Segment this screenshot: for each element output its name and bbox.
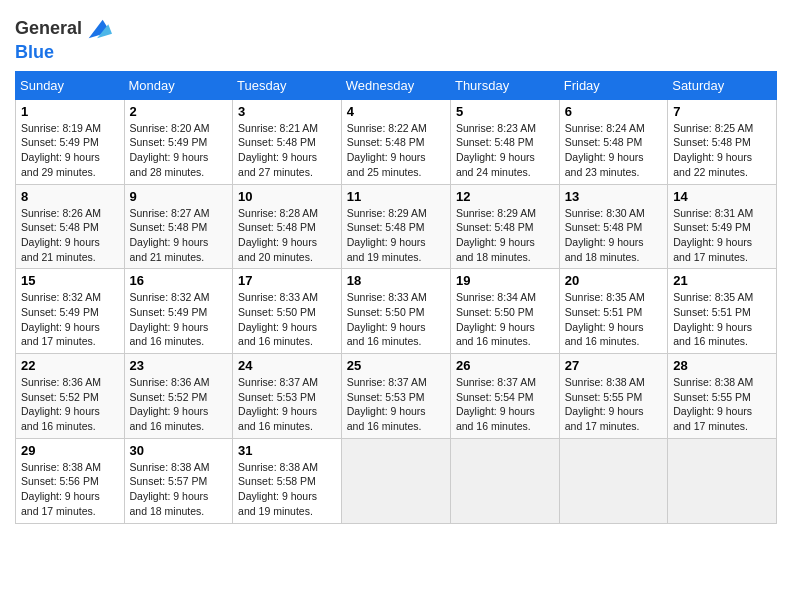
cell-sun-info: Sunrise: 8:22 AMSunset: 5:48 PMDaylight:… [347,121,445,180]
logo-text: General [15,19,82,39]
day-number: 8 [21,189,119,204]
cell-sun-info: Sunrise: 8:38 AMSunset: 5:55 PMDaylight:… [673,375,771,434]
calendar-cell: 7Sunrise: 8:25 AMSunset: 5:48 PMDaylight… [668,99,777,184]
calendar-cell: 9Sunrise: 8:27 AMSunset: 5:48 PMDaylight… [124,184,233,269]
cell-sun-info: Sunrise: 8:19 AMSunset: 5:49 PMDaylight:… [21,121,119,180]
cell-sun-info: Sunrise: 8:34 AMSunset: 5:50 PMDaylight:… [456,290,554,349]
calendar-cell: 21Sunrise: 8:35 AMSunset: 5:51 PMDayligh… [668,269,777,354]
calendar-cell: 29Sunrise: 8:38 AMSunset: 5:56 PMDayligh… [16,438,125,523]
day-number: 14 [673,189,771,204]
cell-sun-info: Sunrise: 8:29 AMSunset: 5:48 PMDaylight:… [347,206,445,265]
day-number: 11 [347,189,445,204]
calendar-cell: 26Sunrise: 8:37 AMSunset: 5:54 PMDayligh… [450,354,559,439]
weekday-header-thursday: Thursday [450,71,559,99]
calendar-table: SundayMondayTuesdayWednesdayThursdayFrid… [15,71,777,524]
cell-sun-info: Sunrise: 8:37 AMSunset: 5:53 PMDaylight:… [238,375,336,434]
cell-sun-info: Sunrise: 8:36 AMSunset: 5:52 PMDaylight:… [130,375,228,434]
calendar-cell: 14Sunrise: 8:31 AMSunset: 5:49 PMDayligh… [668,184,777,269]
day-number: 3 [238,104,336,119]
calendar-week-4: 22Sunrise: 8:36 AMSunset: 5:52 PMDayligh… [16,354,777,439]
calendar-week-5: 29Sunrise: 8:38 AMSunset: 5:56 PMDayligh… [16,438,777,523]
calendar-cell: 15Sunrise: 8:32 AMSunset: 5:49 PMDayligh… [16,269,125,354]
calendar-cell: 1Sunrise: 8:19 AMSunset: 5:49 PMDaylight… [16,99,125,184]
calendar-cell: 13Sunrise: 8:30 AMSunset: 5:48 PMDayligh… [559,184,668,269]
calendar-cell: 2Sunrise: 8:20 AMSunset: 5:49 PMDaylight… [124,99,233,184]
day-number: 24 [238,358,336,373]
cell-sun-info: Sunrise: 8:35 AMSunset: 5:51 PMDaylight:… [673,290,771,349]
calendar-cell: 18Sunrise: 8:33 AMSunset: 5:50 PMDayligh… [341,269,450,354]
calendar-week-2: 8Sunrise: 8:26 AMSunset: 5:48 PMDaylight… [16,184,777,269]
calendar-week-3: 15Sunrise: 8:32 AMSunset: 5:49 PMDayligh… [16,269,777,354]
day-number: 26 [456,358,554,373]
day-number: 10 [238,189,336,204]
calendar-cell: 31Sunrise: 8:38 AMSunset: 5:58 PMDayligh… [233,438,342,523]
day-number: 29 [21,443,119,458]
day-number: 27 [565,358,663,373]
day-number: 18 [347,273,445,288]
calendar-cell: 28Sunrise: 8:38 AMSunset: 5:55 PMDayligh… [668,354,777,439]
logo-text-blue: Blue [15,42,54,62]
calendar-cell: 24Sunrise: 8:37 AMSunset: 5:53 PMDayligh… [233,354,342,439]
cell-sun-info: Sunrise: 8:29 AMSunset: 5:48 PMDaylight:… [456,206,554,265]
calendar-cell: 6Sunrise: 8:24 AMSunset: 5:48 PMDaylight… [559,99,668,184]
cell-sun-info: Sunrise: 8:37 AMSunset: 5:53 PMDaylight:… [347,375,445,434]
weekday-header-sunday: Sunday [16,71,125,99]
day-number: 12 [456,189,554,204]
calendar-cell [559,438,668,523]
calendar-cell: 3Sunrise: 8:21 AMSunset: 5:48 PMDaylight… [233,99,342,184]
day-number: 22 [21,358,119,373]
cell-sun-info: Sunrise: 8:21 AMSunset: 5:48 PMDaylight:… [238,121,336,180]
day-number: 7 [673,104,771,119]
cell-sun-info: Sunrise: 8:23 AMSunset: 5:48 PMDaylight:… [456,121,554,180]
cell-sun-info: Sunrise: 8:33 AMSunset: 5:50 PMDaylight:… [347,290,445,349]
day-number: 20 [565,273,663,288]
page-header: General Blue [15,10,777,63]
calendar-cell: 12Sunrise: 8:29 AMSunset: 5:48 PMDayligh… [450,184,559,269]
calendar-cell: 16Sunrise: 8:32 AMSunset: 5:49 PMDayligh… [124,269,233,354]
weekday-header-wednesday: Wednesday [341,71,450,99]
calendar-cell: 19Sunrise: 8:34 AMSunset: 5:50 PMDayligh… [450,269,559,354]
calendar-cell [341,438,450,523]
cell-sun-info: Sunrise: 8:25 AMSunset: 5:48 PMDaylight:… [673,121,771,180]
weekday-header-monday: Monday [124,71,233,99]
calendar-cell: 30Sunrise: 8:38 AMSunset: 5:57 PMDayligh… [124,438,233,523]
day-number: 19 [456,273,554,288]
day-number: 15 [21,273,119,288]
calendar-cell: 4Sunrise: 8:22 AMSunset: 5:48 PMDaylight… [341,99,450,184]
day-number: 6 [565,104,663,119]
calendar-cell: 11Sunrise: 8:29 AMSunset: 5:48 PMDayligh… [341,184,450,269]
calendar-cell: 17Sunrise: 8:33 AMSunset: 5:50 PMDayligh… [233,269,342,354]
cell-sun-info: Sunrise: 8:26 AMSunset: 5:48 PMDaylight:… [21,206,119,265]
cell-sun-info: Sunrise: 8:32 AMSunset: 5:49 PMDaylight:… [21,290,119,349]
day-number: 23 [130,358,228,373]
weekday-header-tuesday: Tuesday [233,71,342,99]
calendar-cell: 20Sunrise: 8:35 AMSunset: 5:51 PMDayligh… [559,269,668,354]
day-number: 1 [21,104,119,119]
day-number: 21 [673,273,771,288]
calendar-cell: 22Sunrise: 8:36 AMSunset: 5:52 PMDayligh… [16,354,125,439]
day-number: 17 [238,273,336,288]
day-number: 5 [456,104,554,119]
day-number: 31 [238,443,336,458]
cell-sun-info: Sunrise: 8:38 AMSunset: 5:55 PMDaylight:… [565,375,663,434]
calendar-body: 1Sunrise: 8:19 AMSunset: 5:49 PMDaylight… [16,99,777,523]
cell-sun-info: Sunrise: 8:38 AMSunset: 5:57 PMDaylight:… [130,460,228,519]
day-number: 25 [347,358,445,373]
cell-sun-info: Sunrise: 8:38 AMSunset: 5:56 PMDaylight:… [21,460,119,519]
cell-sun-info: Sunrise: 8:27 AMSunset: 5:48 PMDaylight:… [130,206,228,265]
day-number: 13 [565,189,663,204]
day-number: 9 [130,189,228,204]
calendar-cell: 8Sunrise: 8:26 AMSunset: 5:48 PMDaylight… [16,184,125,269]
day-number: 16 [130,273,228,288]
cell-sun-info: Sunrise: 8:30 AMSunset: 5:48 PMDaylight:… [565,206,663,265]
calendar-cell: 27Sunrise: 8:38 AMSunset: 5:55 PMDayligh… [559,354,668,439]
cell-sun-info: Sunrise: 8:36 AMSunset: 5:52 PMDaylight:… [21,375,119,434]
day-number: 2 [130,104,228,119]
calendar-cell: 25Sunrise: 8:37 AMSunset: 5:53 PMDayligh… [341,354,450,439]
logo-icon [84,15,112,43]
calendar-cell: 10Sunrise: 8:28 AMSunset: 5:48 PMDayligh… [233,184,342,269]
calendar-cell: 5Sunrise: 8:23 AMSunset: 5:48 PMDaylight… [450,99,559,184]
cell-sun-info: Sunrise: 8:24 AMSunset: 5:48 PMDaylight:… [565,121,663,180]
calendar-cell: 23Sunrise: 8:36 AMSunset: 5:52 PMDayligh… [124,354,233,439]
day-number: 30 [130,443,228,458]
